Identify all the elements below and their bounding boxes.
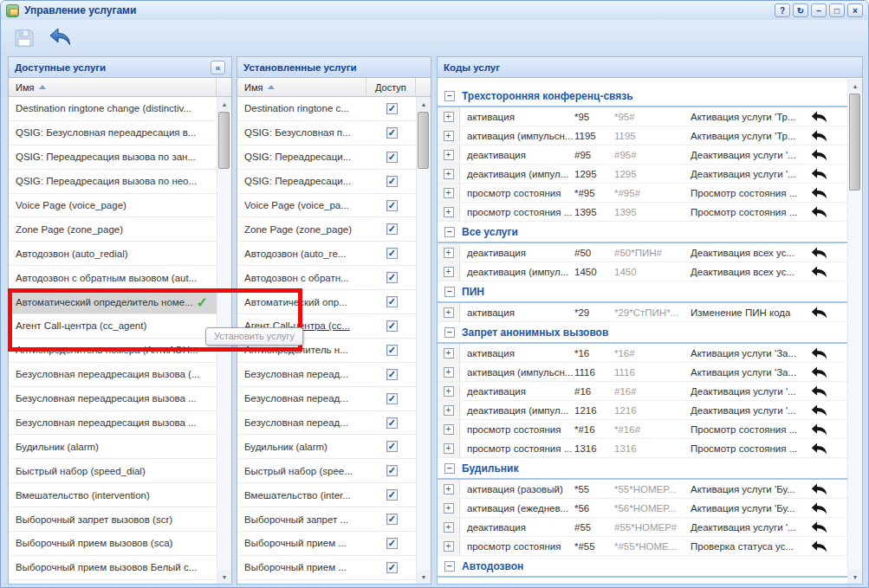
revert-arrow-icon[interactable] [811, 521, 827, 533]
column-name[interactable]: Имя [237, 78, 366, 96]
installed-service-row[interactable]: QSIG: Безусловная п... [237, 121, 416, 145]
access-checkbox[interactable] [386, 538, 398, 549]
service-code-row[interactable]: деактивация (импул... 1216 1216 Деактива… [438, 401, 847, 420]
scroll-down-icon[interactable] [217, 570, 231, 584]
access-checkbox[interactable] [386, 127, 398, 139]
expand-row-icon[interactable] [444, 131, 454, 141]
access-checkbox[interactable] [386, 441, 398, 452]
revert-arrow-icon[interactable] [811, 540, 827, 552]
undo-button[interactable] [48, 25, 74, 51]
installed-service-row[interactable]: Автодозвон (auto_re... [237, 242, 416, 266]
available-service-row[interactable]: Voice Page (voice_page) [9, 194, 217, 218]
installed-service-row[interactable]: QSIG: Переадресаци... [237, 145, 416, 170]
service-code-row[interactable]: деактивация (импул... 1295 1295 Деактива… [438, 165, 847, 184]
expand-row-icon[interactable] [444, 348, 454, 359]
expand-row-icon[interactable] [444, 150, 454, 160]
service-code-row[interactable]: просмотр состояния *#16 *#16# Просмотр с… [438, 420, 847, 439]
save-button[interactable] [11, 25, 37, 51]
installed-service-row[interactable]: Автодозвон с обратн... [237, 266, 416, 290]
access-checkbox[interactable] [386, 200, 398, 211]
service-code-row[interactable]: просмотр состояния *#55 *#55*НОМЕ... Про… [438, 537, 847, 556]
available-service-row[interactable]: Destination ringtone change (distinctiv.… [9, 97, 217, 121]
revert-arrow-icon[interactable] [811, 443, 827, 455]
access-checkbox[interactable] [386, 562, 398, 573]
installed-service-row[interactable]: Быстрый набор (spee... [237, 459, 416, 483]
column-access[interactable]: Доступ [366, 78, 417, 96]
service-code-row[interactable]: деактивация #16 #16# Деактивация услуги … [438, 382, 847, 401]
access-checkbox[interactable] [386, 320, 398, 332]
group-header[interactable]: Автодозвон [438, 556, 847, 578]
installed-service-row[interactable]: Безусловная переад... [237, 411, 416, 436]
window-titlebar[interactable]: Управление услугами ? ↻ – □ × [1, 1, 868, 20]
help-button[interactable]: ? [775, 3, 790, 17]
group-header[interactable]: Запрет анонимных вызовов [438, 322, 847, 344]
group-header[interactable]: ПИН [438, 281, 847, 303]
installed-service-row[interactable]: Будильник (alarm) [237, 435, 416, 459]
scroll-up-icon[interactable] [217, 97, 231, 111]
access-checkbox[interactable] [386, 272, 398, 283]
available-service-row[interactable]: Безусловная переадресация вызова (... [9, 363, 217, 387]
revert-arrow-icon[interactable] [811, 307, 827, 319]
installed-service-row[interactable]: QSIG: Переадресаци... [237, 170, 416, 194]
access-checkbox[interactable] [386, 296, 398, 307]
service-code-row[interactable]: активация *29 *29*СтПИН*... Изменение ПИ… [438, 303, 847, 322]
service-code-row[interactable]: активация (импульсн... 1195 1195 Активац… [438, 126, 847, 145]
available-service-row[interactable]: Выборочный прием вызовов (sca) [9, 532, 217, 556]
installed-service-row[interactable]: Выборочный запрет ... [237, 507, 416, 532]
group-header[interactable]: Будильник [438, 458, 847, 480]
revert-arrow-icon[interactable] [811, 483, 827, 495]
scroll-thumb[interactable] [418, 112, 429, 169]
service-code-row[interactable]: деактивация #55 #55*НОМЕР# Деактивация у… [438, 518, 847, 537]
service-code-row[interactable]: активация *95 *95# Активация услуги 'Тр.… [438, 107, 847, 126]
expand-row-icon[interactable] [444, 443, 454, 454]
access-checkbox[interactable] [386, 103, 398, 114]
collapse-group-icon[interactable] [444, 463, 455, 474]
available-service-row[interactable]: QSIG: Переадресация вызова по нео... [9, 170, 217, 194]
expand-row-icon[interactable] [444, 484, 454, 494]
service-code-row[interactable]: активация (ежеднев... *56 *56*НОМЕР... А… [438, 499, 847, 518]
codes-scrollbar[interactable] [847, 79, 862, 584]
available-service-row[interactable]: Выборочный прием вызовов Черный... [9, 580, 217, 584]
scroll-thumb[interactable] [849, 94, 860, 191]
revert-arrow-icon[interactable] [811, 423, 827, 436]
group-header[interactable]: Трехсторонняя конференц-связь [438, 86, 847, 107]
installed-service-row[interactable]: Безусловная переад... [237, 387, 416, 411]
service-code-row[interactable]: активация (импульсн... 1116 1116 Активац… [438, 363, 847, 382]
expand-row-icon[interactable] [444, 367, 454, 378]
revert-arrow-icon[interactable] [811, 347, 827, 359]
available-service-row[interactable]: QSIG: Переадресация вызова по зан... [9, 145, 217, 170]
access-checkbox[interactable] [386, 223, 398, 235]
access-checkbox[interactable] [386, 417, 398, 429]
access-checkbox[interactable] [386, 248, 398, 259]
available-service-row[interactable]: Быстрый набор (speed_dial) [9, 459, 217, 483]
available-service-row[interactable]: Zone Page (zone_page) [9, 217, 217, 242]
collapse-group-icon[interactable] [444, 227, 455, 237]
collapse-group-icon[interactable] [444, 327, 455, 338]
expand-row-icon[interactable] [444, 248, 454, 258]
close-button[interactable]: × [847, 3, 863, 17]
available-service-row[interactable]: Автодозвон с обратным вызовом (aut... [9, 266, 217, 290]
available-service-row[interactable]: QSIG: Безусловная переадресация в... [9, 121, 217, 145]
available-service-row[interactable]: Будильник (alarm) [9, 435, 217, 459]
installed-service-row[interactable]: Voice Page (voice_pa... [237, 194, 416, 218]
service-code-row[interactable]: деактивация #95 #95# Деактивация услуги … [438, 145, 847, 165]
minimize-button[interactable]: – [811, 3, 827, 17]
installed-service-row[interactable]: Выборочный прием [237, 580, 416, 584]
access-checkbox[interactable] [386, 152, 398, 163]
available-service-row[interactable]: Безусловная переадресация вызова ... [9, 411, 217, 436]
expand-row-icon[interactable] [444, 207, 454, 217]
expand-row-icon[interactable] [444, 307, 454, 318]
expand-row-icon[interactable] [444, 386, 454, 397]
installed-service-row[interactable]: Destination ringtone c... [237, 97, 416, 121]
revert-arrow-icon[interactable] [811, 187, 827, 199]
expand-row-icon[interactable] [444, 169, 454, 179]
service-code-row[interactable]: деактивация (импул... 1450 1450 Деактива… [438, 262, 847, 281]
service-code-row[interactable]: просмотр состояния *#95 *#95# Просмотр с… [438, 184, 847, 203]
revert-arrow-icon[interactable] [811, 206, 827, 218]
access-checkbox[interactable] [386, 465, 398, 476]
available-service-row[interactable]: Вмешательство (intervention) [9, 483, 217, 507]
service-code-row[interactable]: активация *16 *16# Активация услуги 'За.… [438, 344, 847, 363]
scroll-up-icon[interactable] [848, 79, 862, 93]
expand-row-icon[interactable] [444, 267, 454, 277]
collapse-group-icon[interactable] [444, 91, 455, 101]
